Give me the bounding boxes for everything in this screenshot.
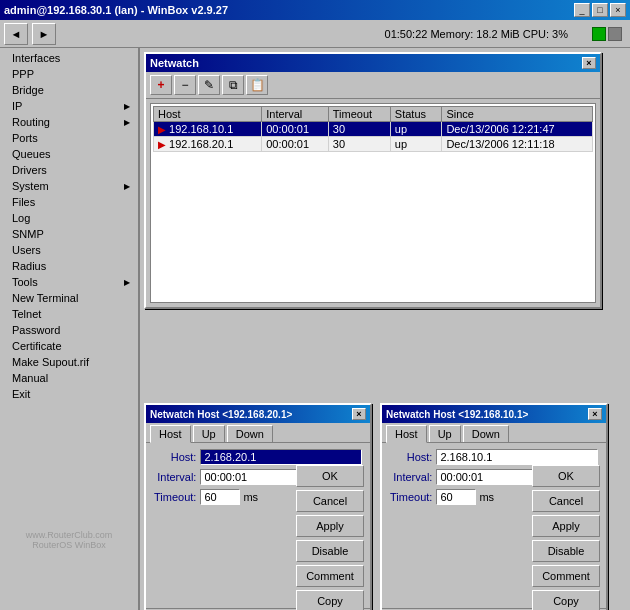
row2-host: ▶ 192.168.20.1 <box>154 137 262 152</box>
sidebar-item-make-supout[interactable]: Make Supout.rif <box>0 354 138 370</box>
host-left-host-input[interactable] <box>200 449 362 465</box>
host-left-tabs: Host Up Down <box>146 423 370 443</box>
netwatch-table-container: Host Interval Timeout Status Since ▶ 192… <box>150 103 596 303</box>
sidebar-item-interfaces[interactable]: Interfaces <box>0 50 138 66</box>
host-left-comment-button[interactable]: Comment <box>296 565 364 587</box>
main-toolbar: ◄ ► 01:50:22 Memory: 18.2 MiB CPU: 3% <box>0 20 630 48</box>
host-left-cancel-button[interactable]: Cancel <box>296 490 364 512</box>
remove-button[interactable]: − <box>174 75 196 95</box>
host-left-copy-button[interactable]: Copy <box>296 590 364 610</box>
tab-down-left[interactable]: Down <box>227 425 273 442</box>
close-button[interactable]: × <box>610 3 626 17</box>
host-left-buttons: OK Cancel Apply Disable Comment Copy Rem… <box>296 465 364 610</box>
host-left-timeout-label: Timeout: <box>154 491 196 503</box>
host-left-disable-button[interactable]: Disable <box>296 540 364 562</box>
maximize-button[interactable]: □ <box>592 3 608 17</box>
sidebar-item-certificate[interactable]: Certificate <box>0 338 138 354</box>
add-button[interactable]: + <box>150 75 172 95</box>
netwatch-title-label: Netwatch <box>150 57 199 69</box>
col-interval: Interval <box>262 107 329 122</box>
status-green-indicator <box>592 27 606 41</box>
host-left-timeout-input[interactable] <box>200 489 240 505</box>
row1-status: up <box>390 122 442 137</box>
sidebar-item-tools[interactable]: Tools ▶ <box>0 274 138 290</box>
row2-status: up <box>390 137 442 152</box>
sidebar-item-routing[interactable]: Routing ▶ <box>0 114 138 130</box>
host-left-content: Host: Interval: Timeout: ms OK Cancel Ap… <box>146 443 370 608</box>
sidebar-item-exit[interactable]: Exit <box>0 386 138 402</box>
content-area: Netwatch × + − ✎ ⧉ 📋 Host Interval Timeo… <box>140 48 630 610</box>
host-right-tabs: Host Up Down <box>382 423 606 443</box>
row2-since: Dec/13/2006 12:11:18 <box>442 137 593 152</box>
system-arrow-icon: ▶ <box>124 182 130 191</box>
sidebar-item-radius[interactable]: Radius <box>0 258 138 274</box>
tab-host-right[interactable]: Host <box>386 425 427 443</box>
row2-interval: 00:00:01 <box>262 137 329 152</box>
host-right-copy-button[interactable]: Copy <box>532 590 600 610</box>
tab-down-right[interactable]: Down <box>463 425 509 442</box>
host-left-apply-button[interactable]: Apply <box>296 515 364 537</box>
sidebar-item-snmp[interactable]: SNMP <box>0 226 138 242</box>
host-right-ok-button[interactable]: OK <box>532 465 600 487</box>
host-right-host-input[interactable] <box>436 449 598 465</box>
host-right-timeout-unit: ms <box>479 491 494 503</box>
netwatch-toolbar: + − ✎ ⧉ 📋 <box>146 72 600 99</box>
forward-button[interactable]: ► <box>32 23 56 45</box>
sidebar-item-ip[interactable]: IP ▶ <box>0 98 138 114</box>
host-left-title-label: Netwatch Host <192.168.20.1> <box>150 409 292 420</box>
sidebar-item-drivers[interactable]: Drivers <box>0 162 138 178</box>
back-button[interactable]: ◄ <box>4 23 28 45</box>
row1-interval: 00:00:01 <box>262 122 329 137</box>
row1-host: ▶ 192.168.10.1 <box>154 122 262 137</box>
netwatch-title-bar: Netwatch × <box>146 54 600 72</box>
netwatch-close-button[interactable]: × <box>582 57 596 69</box>
status-display: 01:50:22 Memory: 18.2 MiB CPU: 3% <box>385 28 568 40</box>
table-row[interactable]: ▶ 192.168.20.1 00:00:01 30 up Dec/13/200… <box>154 137 593 152</box>
sidebar-item-log[interactable]: Log <box>0 210 138 226</box>
sidebar-item-ports[interactable]: Ports <box>0 130 138 146</box>
sidebar-item-password[interactable]: Password <box>0 322 138 338</box>
row1-icon: ▶ <box>158 124 166 135</box>
host-right-apply-button[interactable]: Apply <box>532 515 600 537</box>
host-left-ok-button[interactable]: OK <box>296 465 364 487</box>
sidebar-item-users[interactable]: Users <box>0 242 138 258</box>
host-right-disable-button[interactable]: Disable <box>532 540 600 562</box>
row2-timeout: 30 <box>328 137 390 152</box>
host-dialog-left: Netwatch Host <192.168.20.1> × Host Up D… <box>144 403 372 610</box>
host-right-cancel-button[interactable]: Cancel <box>532 490 600 512</box>
host-right-buttons: OK Cancel Apply Disable Comment Copy Rem… <box>532 465 600 610</box>
host-left-close-button[interactable]: × <box>352 408 366 420</box>
sidebar-item-bridge[interactable]: Bridge <box>0 82 138 98</box>
status-gray-indicator <box>608 27 622 41</box>
host-left-timeout-unit: ms <box>243 491 258 503</box>
sidebar-item-manual[interactable]: Manual <box>0 370 138 386</box>
row2-icon: ▶ <box>158 139 166 150</box>
paste-button[interactable]: 📋 <box>246 75 268 95</box>
sidebar-item-new-terminal[interactable]: New Terminal <box>0 290 138 306</box>
host-left-title-bar: Netwatch Host <192.168.20.1> × <box>146 405 370 423</box>
host-right-timeout-input[interactable] <box>436 489 476 505</box>
host-right-title-label: Netwatch Host <192.168.10.1> <box>386 409 528 420</box>
sidebar-item-queues[interactable]: Queues <box>0 146 138 162</box>
edit-button[interactable]: ✎ <box>198 75 220 95</box>
host-right-close-button[interactable]: × <box>588 408 602 420</box>
copy-toolbar-button[interactable]: ⧉ <box>222 75 244 95</box>
sidebar-item-system[interactable]: System ▶ <box>0 178 138 194</box>
sidebar-item-ppp[interactable]: PPP <box>0 66 138 82</box>
host-right-host-label: Host: <box>390 451 432 463</box>
sidebar-item-telnet[interactable]: Telnet <box>0 306 138 322</box>
tab-up-left[interactable]: Up <box>193 425 225 442</box>
col-since: Since <box>442 107 593 122</box>
host-right-timeout-label: Timeout: <box>390 491 432 503</box>
tab-host-left[interactable]: Host <box>150 425 191 443</box>
col-host: Host <box>154 107 262 122</box>
tab-up-right[interactable]: Up <box>429 425 461 442</box>
host-right-comment-button[interactable]: Comment <box>532 565 600 587</box>
host-dialog-right: Netwatch Host <192.168.10.1> × Host Up D… <box>380 403 608 610</box>
minimize-button[interactable]: _ <box>574 3 590 17</box>
sidebar: Interfaces PPP Bridge IP ▶ Routing ▶ Por… <box>0 48 140 610</box>
title-bar: admin@192.168.30.1 (lan) - WinBox v2.9.2… <box>0 0 630 20</box>
table-row[interactable]: ▶ 192.168.10.1 00:00:01 30 up Dec/13/200… <box>154 122 593 137</box>
host-left-interval-label: Interval: <box>154 471 196 483</box>
sidebar-item-files[interactable]: Files <box>0 194 138 210</box>
